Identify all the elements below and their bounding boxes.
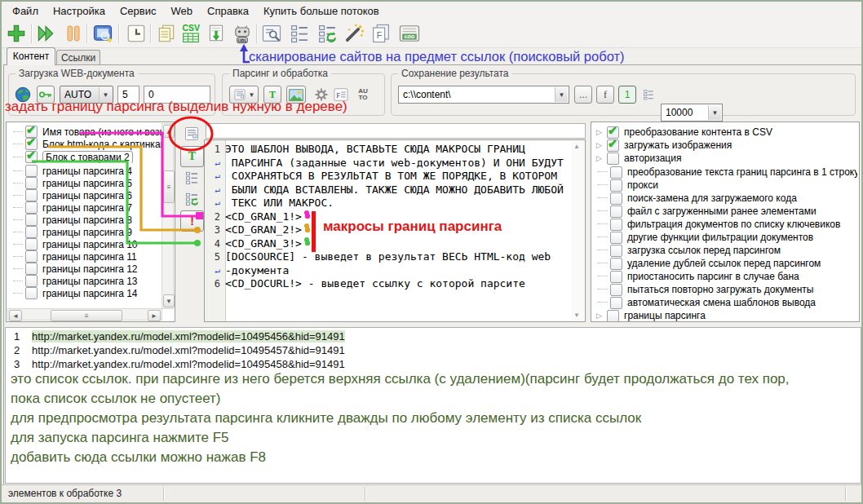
tree-item[interactable]: ✔Имя товара (из него и возьмем — [8, 126, 165, 138]
tree-item[interactable]: границы парсинга 14 — [8, 287, 165, 299]
option-item[interactable]: приостаносить парсинг в случае бана — [593, 270, 857, 283]
unchecked-checkbox-icon[interactable] — [610, 179, 622, 192]
unchecked-checkbox-icon[interactable] — [607, 310, 619, 322]
link-lists-refresh-button[interactable] — [315, 21, 339, 46]
unchecked-checkbox-icon[interactable] — [610, 245, 622, 257]
single-file-toggle[interactable]: 1 — [618, 86, 636, 104]
scroll-thumb[interactable]: ≡ — [51, 310, 122, 321]
url-row[interactable]: 3http://market.yandex.ru/model.xml?model… — [9, 357, 345, 371]
unchecked-checkbox-icon[interactable] — [610, 271, 622, 283]
menu-settings[interactable]: Настройка — [46, 3, 113, 19]
scroll-down-button[interactable]: ▼ — [573, 312, 580, 319]
tree-item[interactable]: границы парсинга 13 — [8, 275, 165, 287]
copy-documents-button[interactable] — [154, 21, 179, 46]
checked-checkbox-icon[interactable]: ✔ — [607, 139, 619, 152]
option-item[interactable]: прокси — [593, 179, 857, 192]
editor-vscrollbar[interactable]: ▲ ▼ — [572, 141, 584, 321]
file-list-button[interactable] — [640, 86, 657, 104]
tree-item[interactable]: границы парсинга 5 — [8, 177, 165, 189]
unchecked-checkbox-icon[interactable] — [25, 214, 38, 226]
option-item[interactable]: удаление дублей ссылок перед парсингом — [593, 257, 857, 270]
expand-icon[interactable]: ▷ — [596, 128, 604, 136]
option-item[interactable]: файл с загруженными ранее элементами — [593, 205, 857, 218]
tree-item[interactable]: границы парсинга 9 — [8, 226, 165, 238]
menu-buy-threads[interactable]: Купить больше потоков — [256, 3, 387, 19]
scroll-down-button[interactable]: ▼ — [163, 294, 175, 307]
unchecked-checkbox-icon[interactable] — [607, 153, 619, 165]
tree-item[interactable]: границы парсинга 4 — [8, 165, 165, 177]
tab-links[interactable]: Ссылки — [56, 50, 100, 65]
unchecked-checkbox-icon[interactable] — [25, 201, 38, 214]
scroll-thumb[interactable]: ≡ — [163, 170, 175, 203]
tree-item[interactable]: границы парсинга 10 — [8, 238, 165, 250]
unchecked-checkbox-icon[interactable] — [25, 238, 38, 250]
unchecked-checkbox-icon[interactable] — [610, 206, 622, 218]
unchecked-checkbox-icon[interactable] — [25, 263, 38, 275]
option-item[interactable]: поиск-замена для загружаемого кода — [593, 192, 857, 205]
unchecked-checkbox-icon[interactable] — [25, 189, 38, 201]
option-item[interactable]: ▷✔преобразование контента в CSV — [593, 126, 857, 139]
csv-export-button[interactable]: CSV — [179, 21, 203, 46]
option-item[interactable]: ▷границы парсинга — [593, 309, 857, 322]
tree-item[interactable]: ✔Блок html-кода с картинками — [8, 138, 165, 150]
filename-button[interactable]: f — [596, 86, 614, 104]
tree-item[interactable]: границы парсинга 6 — [8, 189, 165, 201]
option-item[interactable]: пытаться повторно загружать документы — [593, 283, 857, 296]
log-button[interactable]: LOG — [397, 21, 422, 46]
important-tool-button[interactable]: ! — [180, 210, 204, 232]
scheduler-button[interactable] — [124, 21, 148, 46]
url-row[interactable]: 1http://market.yandex.ru/model.xml?model… — [9, 329, 345, 343]
unchecked-checkbox-icon[interactable] — [610, 192, 622, 205]
url-list-panel[interactable]: 1http://market.yandex.ru/model.xml?model… — [5, 327, 861, 484]
editor-top-field[interactable] — [206, 123, 586, 139]
add-button[interactable] — [4, 21, 29, 46]
unchecked-checkbox-icon[interactable] — [610, 284, 622, 296]
scroll-right-button[interactable]: ► — [148, 310, 161, 321]
tree-item[interactable]: границы парсинга 8 — [8, 214, 165, 226]
download-documents-button[interactable] — [204, 21, 228, 46]
option-item[interactable]: преобразование текста границ парсинга в … — [593, 166, 857, 179]
checked-checkbox-icon[interactable]: ✔ — [25, 126, 38, 138]
expand-icon[interactable]: ▷ — [596, 312, 604, 320]
menu-file[interactable]: Файл — [5, 3, 46, 19]
output-template-tool-button[interactable] — [180, 124, 202, 144]
save-path-combo[interactable]: c:\\content\▼ — [398, 86, 569, 104]
unchecked-checkbox-icon[interactable] — [25, 250, 38, 263]
list-tool-button[interactable] — [180, 168, 202, 188]
tree-item[interactable]: границы парсинга 11 — [8, 250, 165, 263]
option-item[interactable]: автоматическая смена шаблонов вывода — [593, 296, 857, 309]
tab-content[interactable]: Контент — [7, 47, 55, 65]
unchecked-checkbox-icon[interactable] — [610, 258, 622, 270]
menu-service[interactable]: Сервис — [113, 3, 164, 19]
text-tool-button[interactable]: T — [180, 146, 204, 167]
tree-item-selected[interactable]: ✔Блок с товарами 2 — [8, 151, 165, 163]
url-row[interactable]: 2http://market.yandex.ru/model.xml?model… — [9, 343, 345, 357]
tree-vscrollbar[interactable]: ▲ ≡ ▼ — [162, 123, 174, 309]
output-template-button[interactable] — [259, 21, 284, 46]
url-scanner-robot-button[interactable]: URL — [230, 21, 254, 46]
menu-help[interactable]: Справка — [200, 3, 256, 19]
unchecked-checkbox-icon[interactable] — [25, 177, 38, 189]
unchecked-checkbox-icon[interactable] — [25, 226, 38, 238]
unchecked-checkbox-icon[interactable] — [25, 275, 38, 287]
limit-combo[interactable]: 10000▼ — [661, 104, 723, 122]
browse-button[interactable]: ... — [574, 86, 592, 104]
expand-icon[interactable]: ▷ — [596, 154, 604, 162]
output-files-button[interactable]: F — [369, 21, 393, 46]
menu-web[interactable]: Web — [164, 3, 201, 19]
checked-checkbox-icon[interactable]: ✔ — [607, 126, 619, 139]
boundaries-tree[interactable]: ✔Имя товара (из него и возьмем ✔Блок htm… — [6, 122, 175, 322]
expand-icon[interactable]: ▷ — [596, 141, 604, 149]
scroll-up-button[interactable]: ▲ — [573, 143, 580, 150]
checked-checkbox-icon[interactable]: ✔ — [25, 151, 38, 163]
tree-item[interactable]: границы парсинга 7 — [8, 201, 165, 214]
scroll-left-button[interactable]: ◄ — [9, 310, 22, 321]
option-item[interactable]: другие функции фильтрации документов — [593, 231, 857, 244]
checked-checkbox-icon[interactable]: ✔ — [25, 138, 38, 150]
wizard-button[interactable] — [342, 21, 366, 46]
unchecked-checkbox-icon[interactable] — [610, 166, 622, 179]
options-list[interactable]: ▷✔преобразование контента в CSV ▷✔загруж… — [591, 122, 860, 322]
scroll-up-button[interactable]: ▲ — [163, 125, 175, 138]
link-lists-button[interactable] — [287, 21, 312, 46]
unchecked-checkbox-icon[interactable] — [610, 219, 622, 231]
